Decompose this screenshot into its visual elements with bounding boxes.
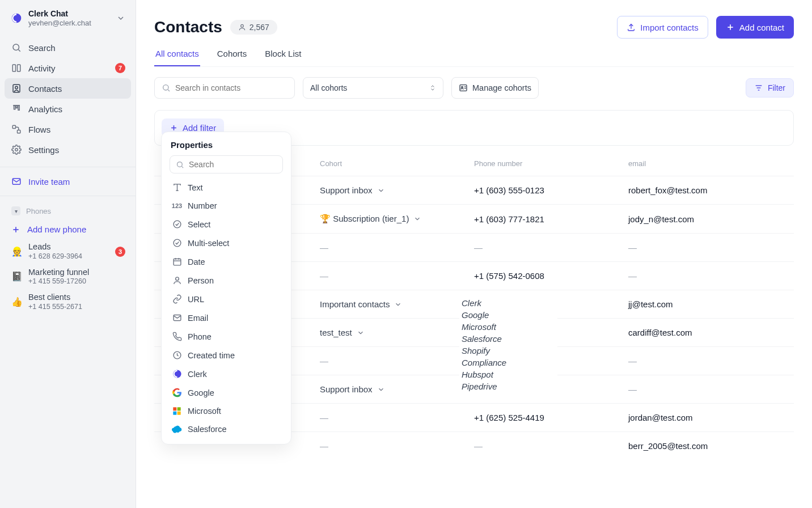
sidebar: Clerk Chat yevhen@clerk.chat Search Acti… bbox=[0, 0, 136, 508]
phones-header[interactable]: ▾ Phones bbox=[5, 202, 131, 220]
workspace-switcher[interactable]: Clerk Chat yevhen@clerk.chat bbox=[0, 0, 136, 34]
email-icon bbox=[172, 313, 182, 323]
cohort-cell[interactable]: Support inbox bbox=[320, 384, 460, 394]
import-label: Import contacts bbox=[640, 23, 699, 32]
nav-settings[interactable]: Settings bbox=[5, 139, 131, 160]
property-option[interactable]: URL bbox=[167, 290, 285, 308]
chevron-down-icon bbox=[413, 215, 421, 223]
cohort-select[interactable]: All cohorts bbox=[303, 77, 443, 99]
import-contacts-button[interactable]: Import contacts bbox=[617, 16, 708, 39]
property-option[interactable]: Clerk bbox=[167, 365, 285, 383]
tooltip-item: Shopify bbox=[462, 346, 506, 355]
manage-cohorts-button[interactable]: Manage cohorts bbox=[451, 77, 539, 99]
nav-flows[interactable]: Flows bbox=[5, 119, 131, 139]
property-option[interactable]: Person bbox=[167, 271, 285, 290]
nav-label: Analytics bbox=[28, 104, 62, 114]
svg-point-16 bbox=[240, 24, 243, 27]
nav-label: Settings bbox=[28, 145, 59, 155]
expand-icon: ▾ bbox=[11, 206, 20, 215]
empty-value: — bbox=[320, 243, 328, 252]
phone-item[interactable]: 👷 Leads +1 628 629-3964 3 bbox=[5, 239, 131, 264]
svg-rect-9 bbox=[18, 105, 19, 110]
integrations-tooltip: ClerkGoogleMicrosoftSalesforceShopifyCom… bbox=[459, 295, 557, 395]
gear-icon bbox=[11, 145, 22, 155]
empty-value: — bbox=[474, 441, 483, 451]
property-label: Phone bbox=[188, 332, 212, 341]
phone-value: +1 (575) 542-0608 bbox=[474, 271, 544, 281]
property-option[interactable]: 123Number bbox=[167, 197, 285, 215]
search-contacts-input[interactable] bbox=[154, 77, 295, 99]
property-label: Google bbox=[188, 388, 214, 397]
divider bbox=[0, 196, 136, 196]
col-cohort[interactable]: Cohort bbox=[313, 151, 467, 176]
page-title: Contacts bbox=[154, 18, 222, 36]
phone-item[interactable]: 📓 Marketing funnel +1 415 559-17260 bbox=[5, 264, 131, 289]
property-option[interactable]: Created time bbox=[167, 346, 285, 365]
invite-team[interactable]: Invite team bbox=[0, 171, 136, 192]
svg-line-21 bbox=[168, 90, 170, 91]
property-option[interactable]: Email bbox=[167, 308, 285, 327]
plus-icon bbox=[170, 124, 178, 132]
cohort-cell[interactable]: Important contacts bbox=[320, 299, 460, 309]
filter-button[interactable]: Filter bbox=[746, 78, 794, 98]
svg-point-23 bbox=[462, 86, 463, 88]
phone-number: +1 415 555-2671 bbox=[28, 303, 82, 311]
nav-analytics[interactable]: Analytics bbox=[5, 99, 131, 119]
property-option[interactable]: Salesforce bbox=[167, 420, 285, 438]
phone-value: +1 (603) 555-0123 bbox=[474, 185, 544, 195]
select-icon bbox=[172, 219, 182, 229]
col-phone[interactable]: Phone number bbox=[467, 151, 621, 176]
property-option[interactable]: Microsoft bbox=[167, 402, 285, 420]
phone-item[interactable]: 👍 Best clients +1 415 555-2671 bbox=[5, 289, 131, 314]
phone-name: Best clients bbox=[28, 293, 82, 302]
properties-search[interactable] bbox=[170, 155, 283, 173]
invite-icon bbox=[11, 176, 22, 187]
plus-icon bbox=[11, 225, 20, 234]
tabs: All contacts Cohorts Block List bbox=[154, 49, 794, 67]
svg-rect-45 bbox=[173, 407, 176, 410]
property-label: Person bbox=[188, 276, 214, 285]
property-option[interactable]: Google bbox=[167, 383, 285, 402]
cohort-cell[interactable]: Support inbox bbox=[320, 185, 460, 195]
svg-rect-46 bbox=[177, 407, 181, 410]
tab-all-contacts[interactable]: All contacts bbox=[154, 49, 200, 66]
add-phone-button[interactable]: Add new phone bbox=[5, 220, 131, 239]
text-icon bbox=[172, 183, 182, 192]
nav-search[interactable]: Search bbox=[5, 37, 131, 58]
properties-search-field[interactable] bbox=[189, 160, 277, 169]
property-option[interactable]: Phone bbox=[167, 327, 285, 346]
empty-value: — bbox=[474, 243, 483, 252]
activity-badge: 7 bbox=[115, 63, 125, 73]
property-option[interactable]: Select bbox=[167, 215, 285, 234]
property-label: Multi-select bbox=[188, 239, 229, 248]
search-contacts-field[interactable] bbox=[175, 83, 287, 92]
tooltip-item: Pipedrive bbox=[462, 382, 506, 391]
add-contact-button[interactable]: Add contact bbox=[716, 16, 794, 39]
tab-block-list[interactable]: Block List bbox=[264, 49, 302, 66]
empty-value: — bbox=[628, 271, 637, 281]
property-option[interactable]: Multi-select bbox=[167, 234, 285, 252]
phone-name: Leads bbox=[28, 242, 82, 252]
contact-count-pill: 2,567 bbox=[230, 20, 277, 35]
popover-title: Properties bbox=[167, 140, 285, 155]
date-icon bbox=[172, 257, 182, 266]
tab-cohorts[interactable]: Cohorts bbox=[216, 49, 248, 66]
svg-line-32 bbox=[181, 166, 183, 168]
cohort-select-value: All cohorts bbox=[310, 83, 347, 92]
svg-line-2 bbox=[18, 50, 20, 52]
nav-contacts[interactable]: Contacts bbox=[5, 78, 131, 99]
property-option[interactable]: Text bbox=[167, 178, 285, 197]
microsoft-icon bbox=[172, 407, 182, 416]
property-option[interactable]: Date bbox=[167, 252, 285, 271]
tooltip-item: Google bbox=[462, 310, 506, 320]
svg-point-20 bbox=[163, 85, 168, 90]
nav-activity[interactable]: Activity 7 bbox=[5, 58, 131, 78]
property-label: Number bbox=[188, 201, 217, 210]
col-email[interactable]: email bbox=[621, 151, 794, 176]
empty-value: — bbox=[628, 243, 637, 252]
cohort-cell[interactable]: test_test bbox=[320, 328, 460, 337]
empty-value: — bbox=[320, 271, 328, 281]
cohort-cell[interactable]: 🏆 Subscription (tier_1) bbox=[320, 214, 460, 224]
tooltip-item: Hubspot bbox=[462, 370, 506, 379]
email-value: jordan@test.com bbox=[628, 413, 693, 422]
